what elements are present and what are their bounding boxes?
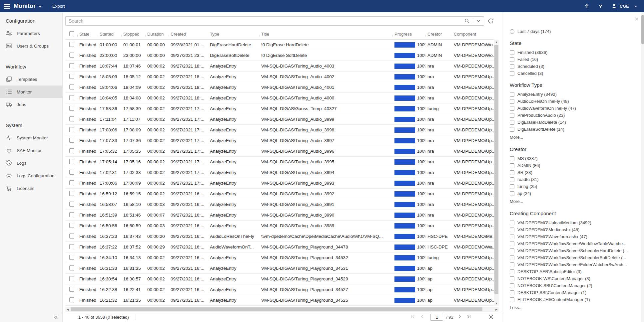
sidebar-item-templates[interactable]: Templates <box>0 73 62 85</box>
filter-option[interactable]: PreProductionAudio (23) <box>510 112 644 119</box>
time-filter-radio[interactable] <box>510 29 514 34</box>
table-row[interactable]: Finished 17:05:14 17:05:16 00:00:02 09/2… <box>65 157 494 167</box>
filter-checkbox[interactable] <box>510 191 514 196</box>
filter-checkbox[interactable] <box>510 64 514 69</box>
filter-option[interactable]: AudioWaveformOnTheFly (47) <box>510 105 644 112</box>
filter-checkbox[interactable] <box>510 248 514 253</box>
gear-icon[interactable] <box>488 314 494 320</box>
table-row[interactable]: Finished 16:59:12 16:59:15 00:00:02 09/2… <box>65 189 494 199</box>
column-header-stopped[interactable]: Stopped <box>121 32 145 37</box>
filter-checkbox[interactable] <box>510 57 514 62</box>
row-checkbox[interactable] <box>69 148 74 153</box>
table-row[interactable]: Finished 17:07:33 17:07:36 00:00:02 09/2… <box>65 135 494 146</box>
row-checkbox[interactable] <box>69 74 74 79</box>
column-header-type[interactable]: Type <box>208 32 259 37</box>
row-checkbox[interactable] <box>69 255 74 260</box>
table-row[interactable]: Finished 16:22:38 16:22:41 00:00:02 09/2… <box>65 284 494 295</box>
filter-checkbox[interactable] <box>510 50 514 55</box>
column-header-created[interactable]: Created <box>169 32 208 37</box>
previous-page-button[interactable] <box>420 314 426 320</box>
first-page-button[interactable] <box>410 314 416 320</box>
filter-option[interactable]: ADMIN (86) <box>510 162 644 169</box>
column-header-title[interactable]: Title <box>259 32 392 37</box>
filter-checkbox[interactable] <box>510 242 514 246</box>
filter-option[interactable]: Finished (3636) <box>510 49 644 56</box>
table-row[interactable]: Finished 16:51:39 16:51:46 00:00:07 09/2… <box>65 210 494 221</box>
filter-option[interactable]: ap (24) <box>510 190 644 197</box>
filter-checkbox[interactable] <box>510 156 514 161</box>
last-page-button[interactable] <box>466 314 472 320</box>
export-menu-item[interactable]: Export <box>52 4 65 9</box>
filter-more-link[interactable]: More... <box>510 199 644 205</box>
filter-checkbox[interactable] <box>510 276 514 281</box>
filter-checkbox[interactable] <box>510 297 514 302</box>
filter-option[interactable]: Scheduled (3) <box>510 63 644 70</box>
scroll-left-icon[interactable]: ◀ <box>65 307 70 312</box>
table-row[interactable]: Finished 16:50:56 16:50:59 00:00:03 09/2… <box>65 221 494 231</box>
filter-option[interactable]: NOTEBOOK-SBU\ContentManager (2) <box>510 282 644 289</box>
sidebar-item-users-groups[interactable]: Users & Groups <box>0 40 62 52</box>
filter-more-link[interactable]: More... <box>510 135 644 141</box>
row-checkbox[interactable] <box>69 170 74 175</box>
table-row[interactable]: Finished 17:02:31 17:02:33 00:00:02 09/2… <box>65 167 494 178</box>
column-header-started[interactable]: Started <box>98 32 121 37</box>
filter-option[interactable]: DigEraseSoftDelete (14) <box>510 126 644 133</box>
filter-checkbox[interactable] <box>510 235 514 239</box>
filter-checkbox[interactable] <box>510 290 514 295</box>
row-checkbox[interactable] <box>69 127 74 132</box>
refresh-icon[interactable] <box>487 18 494 24</box>
table-row[interactable]: Finished 17:08:06 17:08:09 00:00:02 09/2… <box>65 125 494 135</box>
filter-option[interactable]: VM-DPEDEMO\Media.ashx (48) <box>510 226 644 233</box>
table-row[interactable]: Finished 17:58:36 17:58:39 00:00:02 09/2… <box>65 103 494 114</box>
table-row[interactable]: Finished 16:21:32 16:21:35 00:00:02 09/2… <box>65 295 494 306</box>
sidebar-item-licenses[interactable]: Licenses <box>0 182 62 195</box>
table-row[interactable]: Finished 16:58:07 16:58:10 00:00:03 09/2… <box>65 199 494 210</box>
row-checkbox[interactable] <box>69 297 74 302</box>
filter-checkbox[interactable] <box>510 228 514 232</box>
table-row[interactable]: Finished 18:04:05 18:04:08 00:00:02 09/2… <box>65 93 494 103</box>
close-icon[interactable]: × <box>635 16 639 22</box>
search-icon[interactable] <box>464 18 470 24</box>
scroll-right-icon[interactable]: ▶ <box>494 307 499 312</box>
filters-scroll-thumb[interactable] <box>641 15 644 44</box>
row-checkbox[interactable] <box>69 84 74 89</box>
sidebar-item-system-monitor[interactable]: System Monitor <box>0 131 62 144</box>
filter-option[interactable]: VM-DPEDEMO\UploadMedium (3492) <box>510 219 644 226</box>
row-checkbox[interactable] <box>69 159 74 164</box>
filter-option[interactable]: NOTEBOOK-WS\ContentManager (3) <box>510 275 644 282</box>
table-row[interactable]: Finished 17:00:06 17:00:09 00:00:02 09/2… <box>65 178 494 189</box>
filter-checkbox[interactable] <box>510 127 514 132</box>
filter-option[interactable]: AnalyzeEntry (3492) <box>510 91 644 98</box>
row-checkbox[interactable] <box>69 234 74 239</box>
filter-option[interactable]: VM-DPEDEMO\Waveform.ashx (47) <box>510 233 644 240</box>
page-number-input[interactable] <box>430 314 443 321</box>
scroll-up-icon[interactable]: ▲ <box>494 40 499 44</box>
filter-option[interactable]: DESKTOP-AER\SubclipEditor (3) <box>510 268 644 275</box>
filter-checkbox[interactable] <box>510 221 514 225</box>
column-header-creator[interactable]: Creator <box>425 32 452 37</box>
filter-less-link[interactable]: Less... <box>510 305 644 311</box>
sidebar-item-logs-configuration[interactable]: Logs Configuration <box>0 169 62 182</box>
column-header-progress[interactable]: Progress <box>392 32 425 37</box>
filter-checkbox[interactable] <box>510 71 514 76</box>
table-row[interactable]: Finished 16:37:22 16:37:52 00:00:29 09/2… <box>65 242 494 252</box>
next-page-button[interactable] <box>457 314 463 320</box>
filter-option[interactable]: SR (38) <box>510 169 644 176</box>
table-row[interactable]: Finished 18:05:09 18:05:12 00:00:02 09/2… <box>65 72 494 82</box>
row-checkbox[interactable] <box>69 138 74 143</box>
filter-option[interactable]: MS (3387) <box>510 155 644 162</box>
table-row[interactable]: Finished 16:37:23 16:37:43 00:00:20 09/2… <box>65 231 494 242</box>
filter-option[interactable]: VM-DPEDEMO\WorkflowServer\SchedulerHardD… <box>510 247 644 254</box>
row-checkbox[interactable] <box>69 106 74 111</box>
row-checkbox[interactable] <box>69 202 74 207</box>
filter-option[interactable]: VM-DPEDEMO\WorkflowServer\SchedulerSoftD… <box>510 254 644 261</box>
table-row[interactable]: Finished 16:31:33 16:31:35 00:00:02 09/2… <box>65 263 494 274</box>
sidebar-item-parameters[interactable]: Parameters <box>0 27 62 40</box>
table-row[interactable]: Finished 17:05:32 17:05:35 00:00:02 09/2… <box>65 146 494 157</box>
sidebar-collapse-button[interactable]: « <box>54 313 58 321</box>
filter-checkbox[interactable] <box>510 99 514 104</box>
sidebar-item-saf-monitor[interactable]: SAF Monitor <box>0 144 62 157</box>
row-checkbox[interactable] <box>69 212 74 217</box>
column-header-state[interactable]: State <box>77 32 98 37</box>
filter-option[interactable]: DESKTOP-SSI\ContentManager (1) <box>510 289 644 296</box>
